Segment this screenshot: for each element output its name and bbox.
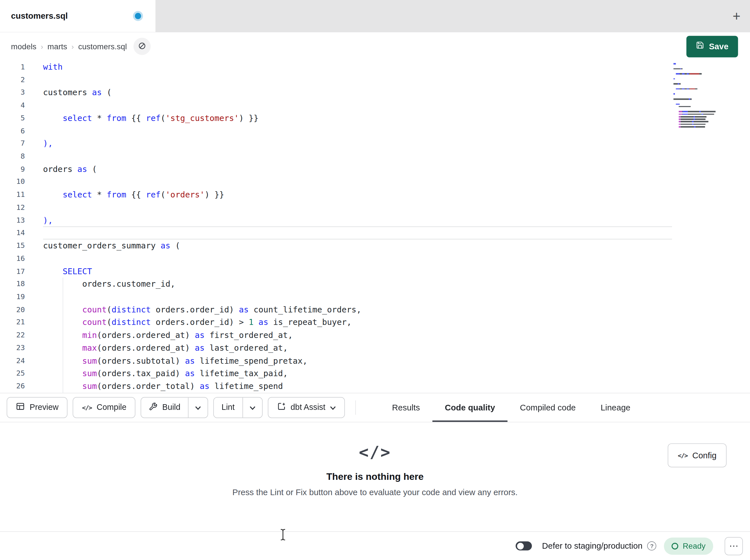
code-text: with (43, 61, 672, 74)
code-text: sum(orders.tax_paid) as lifetime_tax_pai… (43, 367, 672, 380)
tab-compiled-code[interactable]: Compiled code (508, 393, 588, 422)
breadcrumb-item-marts[interactable]: marts (47, 42, 67, 51)
code-brackets-icon: </> (359, 442, 391, 461)
build-button[interactable]: Build (141, 397, 188, 417)
save-button[interactable]: Save (687, 36, 738, 57)
file-actions-button[interactable] (134, 38, 151, 55)
build-split-button: Build (141, 397, 208, 418)
preview-button[interactable]: Preview (7, 397, 68, 418)
code-line[interactable]: 22 min(orders.ordered_at) as first_order… (0, 329, 672, 341)
lint-dropdown-button[interactable] (243, 397, 262, 417)
new-tab-button[interactable]: + (733, 0, 741, 32)
line-number: 24 (0, 354, 43, 367)
code-icon: </> (678, 452, 688, 459)
code-line[interactable]: 7), (0, 138, 672, 150)
defer-toggle[interactable] (516, 541, 532, 551)
dbt-ide-app: customers.sql + models › marts › custome… (0, 0, 750, 560)
tab-results[interactable]: Results (380, 393, 432, 422)
code-quality-panel: </> There is nothing here Press the Lint… (0, 422, 750, 532)
lint-button[interactable]: Lint (214, 397, 242, 417)
code-editor[interactable]: 1with23customers as (45 select * from {{… (0, 61, 750, 393)
tab-lineage[interactable]: Lineage (588, 393, 643, 422)
compile-button[interactable]: </> Compile (73, 397, 136, 418)
line-number: 4 (0, 99, 43, 111)
defer-label: Defer to staging/production (542, 541, 642, 551)
build-dropdown-button[interactable] (189, 397, 208, 417)
line-number: 10 (0, 175, 43, 188)
code-text (43, 74, 672, 86)
code-line[interactable]: 11 select * from {{ ref('orders') }} (0, 188, 672, 201)
line-number: 22 (0, 329, 43, 341)
ellipsis-icon: ⋯ (729, 540, 738, 552)
tab-customers-sql[interactable]: customers.sql (0, 0, 155, 32)
code-line[interactable]: 10 (0, 175, 672, 188)
overflow-menu-button[interactable]: ⋯ (725, 537, 743, 555)
code-line[interactable]: 19 (0, 291, 672, 303)
code-line[interactable]: 23 max(orders.ordered_at) as last_ordere… (0, 341, 672, 354)
line-number: 6 (0, 125, 43, 138)
save-button-label: Save (709, 41, 728, 51)
ready-status-label: Ready (683, 541, 706, 551)
line-number: 21 (0, 316, 43, 329)
code-text: select * from {{ ref('orders') }} (43, 188, 672, 201)
indent-guide (63, 277, 63, 393)
ready-status-badge[interactable]: Ready (664, 537, 713, 555)
code-text: SELECT (43, 265, 672, 277)
code-line[interactable]: 5 select * from {{ ref('stg_customers') … (0, 112, 672, 125)
code-line[interactable]: 14 (0, 227, 672, 240)
breadcrumb-row: models › marts › customers.sql Save (0, 32, 750, 61)
breadcrumb-separator: › (72, 42, 74, 50)
line-number: 9 (0, 163, 43, 175)
code-icon: </> (82, 404, 92, 411)
help-icon[interactable]: ? (647, 541, 656, 551)
breadcrumb-item-models[interactable]: models (11, 42, 37, 51)
code-line[interactable]: 24 sum(orders.subtotal) as lifetime_spen… (0, 354, 672, 367)
status-ring-icon (672, 542, 678, 549)
code-line[interactable]: 6 (0, 125, 672, 138)
tab-label: customers.sql (11, 11, 68, 21)
code-line[interactable]: 9orders as ( (0, 163, 672, 175)
code-line[interactable]: 18 orders.customer_id, (0, 277, 672, 290)
line-number: 16 (0, 252, 43, 265)
code-line[interactable]: 1with (0, 61, 672, 74)
code-text: max(orders.ordered_at) as last_ordered_a… (43, 341, 672, 354)
code-text (43, 201, 672, 214)
wrench-icon (149, 402, 157, 413)
save-icon (696, 41, 704, 51)
code-lines: 1with23customers as (45 select * from {{… (0, 61, 672, 393)
dbt-assist-button[interactable]: dbt Assist (268, 397, 345, 418)
code-line[interactable]: 4 (0, 99, 672, 111)
config-button[interactable]: </> Config (668, 443, 727, 467)
minimap[interactable] (673, 63, 717, 129)
line-number: 17 (0, 265, 43, 277)
code-line[interactable]: 16 (0, 252, 672, 265)
code-line[interactable]: 17 SELECT (0, 265, 672, 277)
unsaved-indicator-dot (135, 13, 141, 19)
breadcrumb-separator: › (41, 42, 43, 50)
code-line[interactable]: 26 sum(orders.order_total) as lifetime_s… (0, 380, 672, 393)
code-line[interactable]: 2 (0, 74, 672, 86)
code-text: sum(orders.order_total) as lifetime_spen… (43, 380, 672, 393)
code-line[interactable]: 3customers as ( (0, 86, 672, 99)
code-text (43, 175, 672, 188)
breadcrumb-item-file[interactable]: customers.sql (78, 42, 127, 51)
code-line[interactable]: 12 (0, 201, 672, 214)
code-line[interactable]: 21 count(distinct orders.order_id) > 1 a… (0, 316, 672, 329)
code-line[interactable]: 15customer_orders_summary as ( (0, 240, 672, 252)
code-line[interactable]: 20 count(distinct orders.order_id) as co… (0, 303, 672, 316)
line-number: 8 (0, 150, 43, 163)
code-line[interactable]: 8 (0, 150, 672, 163)
compile-button-label: Compile (97, 403, 126, 412)
circle-slash-icon (138, 41, 146, 51)
code-text (43, 150, 672, 163)
line-number: 7 (0, 138, 43, 150)
code-text: sum(orders.subtotal) as lifetime_spend_p… (43, 354, 672, 367)
tab-code-quality[interactable]: Code quality (432, 393, 508, 422)
chevron-down-icon (250, 403, 255, 412)
code-line[interactable]: 13), (0, 214, 672, 227)
code-line[interactable]: 25 sum(orders.tax_paid) as lifetime_tax_… (0, 367, 672, 380)
line-number: 14 (0, 227, 43, 240)
lint-button-label: Lint (221, 403, 235, 412)
line-number: 11 (0, 188, 43, 201)
line-number: 1 (0, 61, 43, 74)
